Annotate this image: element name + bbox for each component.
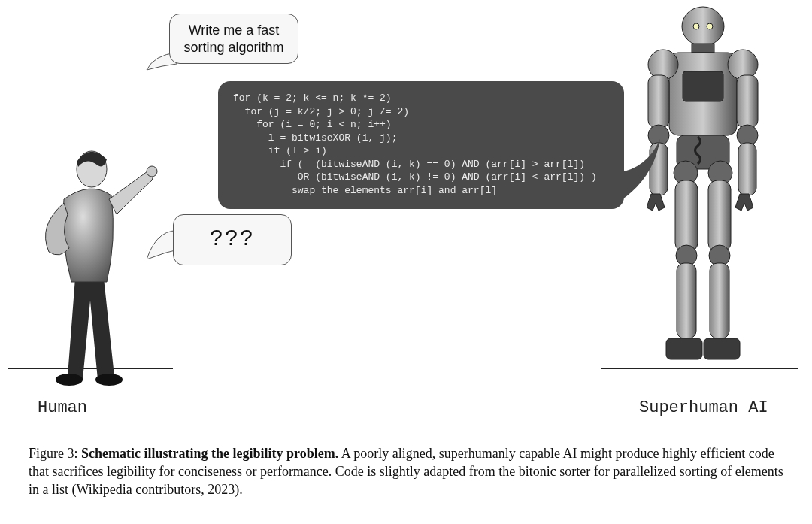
code-l6: if ( (bitwiseAND (i, k) == 0) AND (arr[i… [233, 159, 585, 170]
svg-rect-25 [677, 263, 696, 338]
svg-rect-7 [692, 44, 714, 53]
code-l7: OR (bitwiseAND (i, k) != 0) AND (arr[i] … [233, 171, 597, 183]
speech-bubble-confused: ??? [173, 214, 292, 265]
robot-label: Superhuman AI [639, 398, 768, 417]
speech-bubble-prompt: Write me a fast sorting algorithm [169, 14, 298, 64]
human-figure [23, 128, 158, 391]
code-l4: l = bitwiseXOR (i, j); [233, 132, 397, 144]
svg-rect-22 [708, 180, 731, 252]
svg-rect-26 [710, 263, 729, 338]
code-l8: swap the elements arr[i] and arr[l] [233, 185, 497, 196]
svg-point-1 [95, 374, 123, 386]
caption-figure-number: Figure 3: [29, 446, 78, 461]
confused-text: ??? [210, 226, 255, 252]
svg-point-5 [693, 23, 699, 29]
svg-point-4 [682, 7, 724, 46]
svg-rect-17 [738, 143, 756, 195]
code-l3: for (i = 0; i < n; i++) [233, 119, 392, 130]
human-label: Human [38, 398, 87, 417]
prompt-line2: sorting algorithm [183, 40, 283, 55]
figure-caption: Figure 3: Schematic illustrating the leg… [29, 445, 783, 498]
figure-3-stage: Write me a fast sorting algorithm for (k… [0, 0, 812, 524]
code-l1: for (k = 2; k <= n; k *= 2) [233, 92, 392, 104]
speech-bubble-code: for (k = 2; k <= n; k *= 2) for (j = k/2… [218, 81, 624, 209]
svg-rect-28 [704, 338, 740, 359]
caption-title: Schematic illustrating the legibility pr… [81, 446, 338, 461]
code-l5: if (l > i) [233, 145, 327, 156]
code-l2: for (j = k/2; j > 0; j /= 2) [233, 106, 409, 117]
svg-point-6 [707, 23, 713, 29]
prompt-line1: Write me a fast [189, 23, 280, 38]
svg-rect-21 [675, 180, 698, 252]
svg-rect-12 [648, 75, 669, 128]
svg-rect-27 [666, 338, 702, 359]
svg-rect-15 [737, 75, 758, 128]
svg-rect-9 [683, 71, 723, 101]
svg-point-0 [56, 374, 83, 386]
svg-point-2 [147, 166, 157, 177]
